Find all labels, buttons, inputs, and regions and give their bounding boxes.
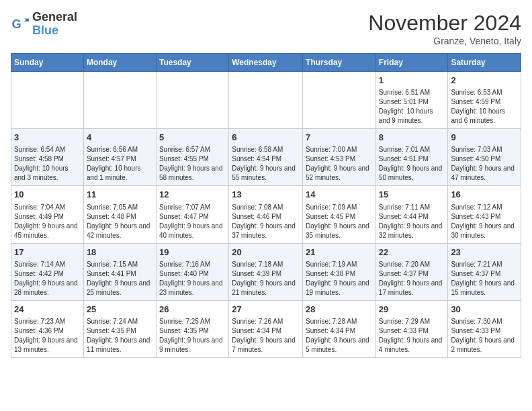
calendar-cell: 4Sunrise: 6:56 AM Sunset: 4:57 PM Daylig… (83, 129, 156, 186)
header-day: Sunday (11, 54, 84, 72)
calendar-cell (303, 72, 376, 129)
day-number: 6 (232, 132, 300, 144)
calendar-week: 1Sunrise: 6:51 AM Sunset: 5:01 PM Daylig… (11, 72, 521, 129)
day-info: Sunrise: 7:04 AM Sunset: 4:49 PM Dayligh… (14, 203, 81, 240)
day-number: 8 (379, 132, 445, 144)
calendar-cell: 9Sunrise: 7:03 AM Sunset: 4:50 PM Daylig… (448, 129, 521, 186)
day-info: Sunrise: 7:09 AM Sunset: 4:45 PM Dayligh… (306, 203, 373, 240)
day-info: Sunrise: 6:51 AM Sunset: 5:01 PM Dayligh… (379, 88, 445, 126)
calendar-cell: 18Sunrise: 7:15 AM Sunset: 4:41 PM Dayli… (83, 243, 156, 300)
calendar-week: 24Sunrise: 7:23 AM Sunset: 4:36 PM Dayli… (11, 300, 521, 357)
day-info: Sunrise: 7:03 AM Sunset: 4:50 PM Dayligh… (451, 145, 518, 183)
day-info: Sunrise: 7:23 AM Sunset: 4:36 PM Dayligh… (14, 317, 81, 355)
day-info: Sunrise: 6:57 AM Sunset: 4:55 PM Dayligh… (159, 145, 226, 183)
calendar-cell: 25Sunrise: 7:24 AM Sunset: 4:35 PM Dayli… (83, 300, 156, 357)
calendar-cell: 3Sunrise: 6:54 AM Sunset: 4:58 PM Daylig… (11, 129, 84, 186)
calendar-cell: 28Sunrise: 7:28 AM Sunset: 4:34 PM Dayli… (303, 300, 376, 357)
day-number: 26 (159, 304, 226, 316)
day-number: 15 (379, 189, 445, 201)
calendar-cell: 26Sunrise: 7:25 AM Sunset: 4:35 PM Dayli… (156, 300, 228, 357)
calendar-cell (229, 72, 303, 129)
day-info: Sunrise: 7:28 AM Sunset: 4:34 PM Dayligh… (306, 317, 373, 355)
calendar-week: 17Sunrise: 7:14 AM Sunset: 4:42 PM Dayli… (11, 243, 521, 300)
calendar-cell: 20Sunrise: 7:18 AM Sunset: 4:39 PM Dayli… (229, 243, 303, 300)
day-number: 20 (232, 246, 300, 259)
calendar-cell: 19Sunrise: 7:16 AM Sunset: 4:40 PM Dayli… (156, 243, 228, 300)
day-info: Sunrise: 7:11 AM Sunset: 4:44 PM Dayligh… (379, 203, 445, 240)
calendar-cell: 2Sunrise: 6:53 AM Sunset: 4:59 PM Daylig… (448, 72, 521, 129)
calendar-cell (83, 72, 156, 129)
day-info: Sunrise: 7:15 AM Sunset: 4:41 PM Dayligh… (87, 260, 153, 298)
calendar-cell: 15Sunrise: 7:11 AM Sunset: 4:44 PM Dayli… (375, 186, 448, 243)
day-number: 11 (87, 189, 153, 201)
header-day: Monday (83, 54, 156, 72)
day-info: Sunrise: 6:54 AM Sunset: 4:58 PM Dayligh… (14, 145, 81, 183)
calendar-cell: 14Sunrise: 7:09 AM Sunset: 4:45 PM Dayli… (303, 186, 376, 243)
day-info: Sunrise: 7:21 AM Sunset: 4:37 PM Dayligh… (451, 260, 518, 298)
day-number: 27 (232, 304, 300, 316)
title-block: November 2024 Granze, Veneto, Italy (368, 11, 521, 46)
day-info: Sunrise: 7:20 AM Sunset: 4:37 PM Dayligh… (379, 260, 445, 298)
day-info: Sunrise: 7:14 AM Sunset: 4:42 PM Dayligh… (14, 260, 81, 298)
calendar-cell: 16Sunrise: 7:12 AM Sunset: 4:43 PM Dayli… (448, 186, 521, 243)
calendar-week: 10Sunrise: 7:04 AM Sunset: 4:49 PM Dayli… (11, 186, 521, 243)
day-number: 10 (14, 189, 81, 201)
day-number: 28 (306, 304, 373, 316)
day-info: Sunrise: 7:00 AM Sunset: 4:53 PM Dayligh… (306, 145, 373, 183)
day-info: Sunrise: 7:25 AM Sunset: 4:35 PM Dayligh… (159, 317, 226, 355)
day-number: 5 (159, 132, 226, 144)
calendar-cell: 30Sunrise: 7:30 AM Sunset: 4:33 PM Dayli… (448, 300, 521, 357)
calendar-cell: 17Sunrise: 7:14 AM Sunset: 4:42 PM Dayli… (11, 243, 84, 300)
day-number: 2 (451, 75, 518, 87)
calendar-cell: 11Sunrise: 7:05 AM Sunset: 4:48 PM Dayli… (83, 186, 156, 243)
day-info: Sunrise: 7:26 AM Sunset: 4:34 PM Dayligh… (232, 317, 300, 355)
day-info: Sunrise: 7:16 AM Sunset: 4:40 PM Dayligh… (159, 260, 226, 298)
day-info: Sunrise: 7:07 AM Sunset: 4:47 PM Dayligh… (159, 203, 226, 240)
day-number: 23 (451, 246, 518, 259)
day-number: 4 (87, 132, 153, 144)
calendar-cell: 10Sunrise: 7:04 AM Sunset: 4:49 PM Dayli… (11, 186, 84, 243)
header-day: Friday (375, 54, 448, 72)
day-info: Sunrise: 7:05 AM Sunset: 4:48 PM Dayligh… (87, 203, 153, 240)
calendar-cell: 23Sunrise: 7:21 AM Sunset: 4:37 PM Dayli… (448, 243, 521, 300)
calendar-cell: 21Sunrise: 7:19 AM Sunset: 4:38 PM Dayli… (303, 243, 376, 300)
day-info: Sunrise: 7:12 AM Sunset: 4:43 PM Dayligh… (451, 203, 518, 240)
day-number: 1 (379, 75, 445, 87)
day-number: 30 (451, 304, 518, 316)
day-info: Sunrise: 7:29 AM Sunset: 4:33 PM Dayligh… (379, 317, 445, 355)
calendar-cell: 13Sunrise: 7:08 AM Sunset: 4:46 PM Dayli… (229, 186, 303, 243)
logo-icon: G (11, 15, 30, 34)
day-number: 24 (14, 304, 81, 316)
day-info: Sunrise: 6:53 AM Sunset: 4:59 PM Dayligh… (451, 88, 518, 126)
day-number: 16 (451, 189, 518, 201)
day-info: Sunrise: 7:08 AM Sunset: 4:46 PM Dayligh… (232, 203, 300, 240)
calendar-cell: 7Sunrise: 7:00 AM Sunset: 4:53 PM Daylig… (303, 129, 376, 186)
day-info: Sunrise: 6:58 AM Sunset: 4:54 PM Dayligh… (232, 145, 300, 183)
day-number: 13 (232, 189, 300, 201)
calendar-cell: 1Sunrise: 6:51 AM Sunset: 5:01 PM Daylig… (375, 72, 448, 129)
day-number: 17 (14, 246, 81, 259)
day-info: Sunrise: 7:24 AM Sunset: 4:35 PM Dayligh… (87, 317, 153, 355)
day-number: 7 (306, 132, 373, 144)
svg-text:G: G (11, 17, 21, 30)
day-number: 29 (379, 304, 445, 316)
day-info: Sunrise: 6:56 AM Sunset: 4:57 PM Dayligh… (87, 145, 153, 183)
calendar-cell: 24Sunrise: 7:23 AM Sunset: 4:36 PM Dayli… (11, 300, 84, 357)
day-number: 3 (14, 132, 81, 144)
day-info: Sunrise: 7:19 AM Sunset: 4:38 PM Dayligh… (306, 260, 373, 298)
day-number: 9 (451, 132, 518, 144)
day-info: Sunrise: 7:30 AM Sunset: 4:33 PM Dayligh… (451, 317, 518, 355)
calendar-cell: 8Sunrise: 7:01 AM Sunset: 4:51 PM Daylig… (375, 129, 448, 186)
calendar-cell: 29Sunrise: 7:29 AM Sunset: 4:33 PM Dayli… (375, 300, 448, 357)
calendar-cell: 22Sunrise: 7:20 AM Sunset: 4:37 PM Dayli… (375, 243, 448, 300)
logo: G General Blue (11, 11, 77, 38)
location: Granze, Veneto, Italy (368, 36, 521, 46)
header: G General Blue November 2024 Granze, Ven… (11, 11, 521, 46)
calendar-week: 3Sunrise: 6:54 AM Sunset: 4:58 PM Daylig… (11, 129, 521, 186)
day-number: 12 (159, 189, 226, 201)
day-number: 19 (159, 246, 226, 259)
header-day: Saturday (448, 54, 521, 72)
day-number: 21 (306, 246, 373, 259)
header-row: SundayMondayTuesdayWednesdayThursdayFrid… (11, 54, 521, 72)
calendar-cell: 12Sunrise: 7:07 AM Sunset: 4:47 PM Dayli… (156, 186, 228, 243)
